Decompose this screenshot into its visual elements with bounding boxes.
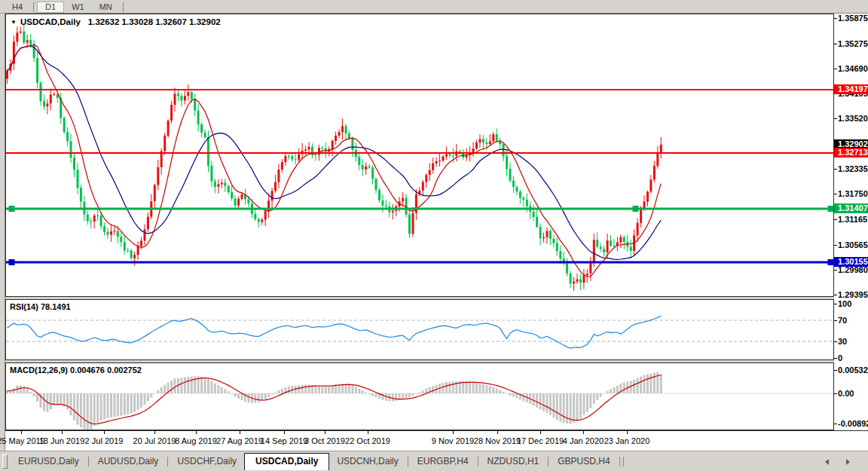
tab-gbpusd[interactable]: GBPUSD,H4 bbox=[550, 454, 617, 469]
tab-separator bbox=[88, 457, 89, 466]
timeframe-button-d1[interactable]: D1 bbox=[37, 2, 64, 13]
price-scale-label: 1.30565 bbox=[838, 240, 868, 249]
price-scale-tick bbox=[834, 270, 837, 271]
tab-separator bbox=[167, 457, 168, 466]
toolbar-separator bbox=[33, 2, 34, 12]
price-scale-tick bbox=[834, 245, 837, 246]
time-scale-label: 2 Jul 2019 bbox=[85, 436, 124, 445]
price-scale-tick bbox=[834, 169, 837, 170]
time-scale-tick bbox=[453, 431, 454, 434]
rsi-scale-tick bbox=[834, 320, 837, 321]
time-scale-tick bbox=[368, 431, 368, 434]
price-scale[interactable]: 1.358751.352751.346901.341051.335201.323… bbox=[834, 14, 868, 430]
price-scale-label: 1.31750 bbox=[838, 189, 868, 198]
time-scale-label: 22 Oct 2019 bbox=[345, 436, 390, 445]
time-scale-label: 4 Jan 2020 bbox=[563, 436, 604, 445]
timeframe-button-h4[interactable]: H4 bbox=[5, 2, 30, 13]
tab-audusd[interactable]: AUDUSD,Daily bbox=[90, 454, 167, 469]
macd-panel[interactable]: MACD(12,26,9) 0.004676 0.002752 bbox=[5, 362, 834, 430]
price-scale-tick bbox=[834, 194, 837, 194]
time-scale-tick bbox=[583, 431, 584, 434]
time-scale-label: 27 Aug 2019 bbox=[216, 436, 263, 445]
rsi-scale-label: 100 bbox=[838, 299, 851, 308]
price-scale-label: 1.33520 bbox=[838, 114, 868, 123]
rsi-scale-label: 30 bbox=[838, 337, 847, 346]
price-level-box: 1.34197 bbox=[834, 84, 868, 94]
price-scale-tick bbox=[834, 44, 837, 44]
time-scale-label: 20 Jul 2019 bbox=[133, 436, 176, 445]
rsi-plot[interactable] bbox=[6, 300, 833, 359]
macd-scale-tick bbox=[834, 393, 837, 394]
time-scale-tick bbox=[154, 431, 155, 434]
tab-separator bbox=[408, 457, 408, 466]
chart-symbol: USDCAD,Daily bbox=[20, 17, 81, 26]
macd-scale-tick bbox=[834, 424, 837, 424]
tab-usdcnh[interactable]: USDCNH,Daily bbox=[329, 454, 405, 469]
timeframe-toolbar: H4D1W1MN bbox=[0, 0, 868, 14]
chart-tab-bar: EURUSD,DailyAUDUSD,DailyUSDCHF,DailyUSDC… bbox=[0, 451, 868, 471]
time-scale-tick bbox=[325, 431, 326, 434]
rsi-scale-tick bbox=[834, 304, 837, 304]
rsi-scale-label: 0 bbox=[838, 353, 842, 362]
time-scale-label: 9 Nov 2019 bbox=[432, 436, 474, 445]
tab-eurusd[interactable]: EURUSD,Daily bbox=[11, 454, 87, 469]
toolbar-separator bbox=[123, 2, 124, 12]
time-scale-tick bbox=[62, 431, 63, 434]
tab-nzdusd[interactable]: NZDUSD,H1 bbox=[480, 454, 547, 469]
time-scale-tick bbox=[196, 431, 197, 434]
time-scale-label: 3 Oct 2019 bbox=[304, 436, 345, 445]
chart-ohlc-values: 1.32632 1.33028 1.32607 1.32902 bbox=[88, 17, 221, 26]
time-scale-label: 23 Jan 2020 bbox=[604, 436, 650, 445]
time-scale-label: 14 Sep 2019 bbox=[261, 436, 307, 445]
tab-eurgbp[interactable]: EURGBP,H4 bbox=[410, 454, 476, 469]
macd-scale-label: 0.00 bbox=[838, 389, 854, 398]
time-scale-tick bbox=[497, 431, 498, 434]
tab-usdcad[interactable]: USDCAD,Daily bbox=[244, 453, 329, 470]
tabs-scroll-left-icon[interactable] bbox=[825, 459, 829, 465]
price-level-box: 1.30155 bbox=[834, 257, 868, 267]
time-scale-tick bbox=[540, 431, 541, 434]
timeframe-button-w1[interactable]: W1 bbox=[64, 2, 92, 13]
time-scale-tick bbox=[240, 431, 240, 434]
tab-usdchf[interactable]: USDCHF,Daily bbox=[170, 454, 244, 469]
tab-separator bbox=[623, 457, 624, 466]
rsi-panel[interactable]: RSI(14) 78.1491 bbox=[5, 299, 834, 360]
price-level-box: 1.32713 bbox=[834, 148, 868, 158]
price-scale-label: 1.29395 bbox=[838, 290, 868, 299]
time-scale-label: 8 Aug 2019 bbox=[175, 436, 217, 445]
price-scale-label: 1.32335 bbox=[838, 164, 868, 173]
price-scale-label: 1.35275 bbox=[838, 39, 868, 48]
price-scale-label: 1.31165 bbox=[838, 215, 867, 224]
time-scale-label: 13 Jun 2019 bbox=[39, 436, 85, 445]
time-scale-tick bbox=[21, 431, 22, 434]
tab-separator bbox=[478, 457, 478, 466]
macd-scale-tick bbox=[834, 370, 837, 371]
macd-label: MACD(12,26,9) 0.004676 0.002752 bbox=[10, 365, 142, 375]
macd-scale-label: -0.008929 bbox=[838, 419, 868, 428]
timeframe-button-mn[interactable]: MN bbox=[92, 2, 120, 13]
price-scale-tick bbox=[834, 18, 837, 19]
rsi-scale-tick bbox=[834, 341, 837, 342]
price-scale-tick bbox=[834, 69, 837, 69]
tabs-scroll-right-icon[interactable] bbox=[846, 459, 850, 465]
time-scale-tick bbox=[284, 431, 285, 434]
chart-title: ▼USDCAD,Daily1.32632 1.33028 1.32607 1.3… bbox=[11, 17, 221, 26]
price-scale-label: 1.34690 bbox=[838, 64, 868, 73]
rsi-scale-label: 70 bbox=[838, 316, 847, 325]
price-scale-tick bbox=[834, 295, 837, 295]
time-scale-label: 28 Nov 2019 bbox=[474, 436, 521, 445]
time-scale[interactable]: 25 May 201913 Jun 20192 Jul 201920 Jul 2… bbox=[5, 430, 868, 451]
candlestick-chart[interactable] bbox=[6, 14, 833, 296]
time-scale-tick bbox=[104, 431, 105, 434]
time-scale-label: 17 Dec 2019 bbox=[517, 436, 564, 445]
chevron-down-icon[interactable]: ▼ bbox=[11, 19, 17, 26]
price-level-box: 1.31407 bbox=[834, 203, 868, 213]
tabbar-grip[interactable] bbox=[2, 454, 8, 469]
macd-scale-label: 0.005324 bbox=[838, 365, 868, 375]
tab-separator bbox=[619, 457, 620, 466]
price-scale-label: 1.35875 bbox=[838, 14, 868, 23]
price-scale-tick bbox=[834, 118, 837, 119]
rsi-label: RSI(14) 78.1491 bbox=[10, 302, 71, 311]
price-chart-panel[interactable]: ▼USDCAD,Daily1.32632 1.33028 1.32607 1.3… bbox=[5, 14, 834, 297]
time-scale-tick bbox=[627, 431, 628, 434]
